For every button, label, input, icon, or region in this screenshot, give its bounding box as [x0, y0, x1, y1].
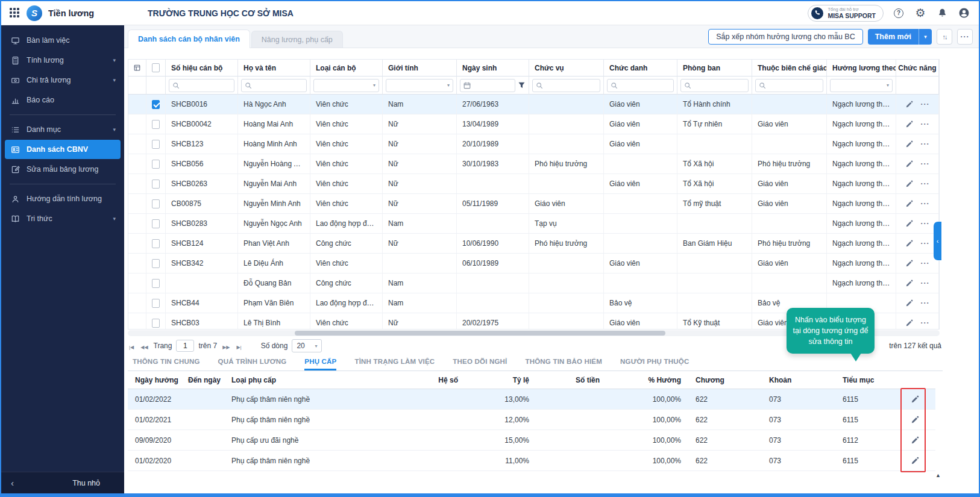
edit-allowance-button[interactable]	[911, 415, 920, 424]
allowance-row[interactable]: 09/09/2020Phụ cấp ưu đãi nghề15,00%100,0…	[128, 430, 935, 451]
panel-expand-handle[interactable]: ‹	[934, 222, 941, 260]
rows-per-page-select[interactable]: 20 ▾	[292, 339, 322, 352]
filter-text-input[interactable]	[620, 81, 670, 90]
column-header[interactable]: Chương	[688, 371, 762, 389]
sidebar-item-tính-lương[interactable]: Tính lương▾	[5, 51, 121, 70]
column-filter-input[interactable]	[607, 79, 674, 92]
column-header[interactable]: Tiểu mục	[835, 371, 894, 389]
edit-row-button[interactable]	[905, 279, 914, 287]
employee-row[interactable]: SHCB056Nguyễn Hoàng AnhViên chứcNữ30/10/…	[128, 154, 939, 174]
column-header[interactable]: Giới tính	[383, 60, 457, 77]
filter-text-input[interactable]	[694, 81, 745, 90]
row-checkbox[interactable]	[152, 100, 160, 109]
edit-allowance-button[interactable]	[911, 395, 920, 404]
row-checkbox[interactable]	[152, 219, 160, 228]
column-filter-input[interactable]	[680, 79, 749, 92]
app-launcher-icon[interactable]	[10, 8, 20, 19]
edit-allowance-button[interactable]	[911, 436, 920, 445]
employee-row[interactable]: SHCB0016Hà Ngọc AnhViên chứcNam27/06/196…	[128, 95, 939, 114]
detail-tab[interactable]: QUÁ TRÌNH LƯƠNG	[218, 354, 287, 370]
column-header[interactable]: Tỷ lệ	[465, 371, 536, 389]
column-header[interactable]: Loại cán bộ	[310, 60, 383, 77]
allowance-row[interactable]: 01/02/2022Phụ cấp thâm niên nghề13,00%10…	[128, 389, 935, 410]
chevron-down-icon[interactable]: ▾	[919, 29, 932, 45]
employee-row[interactable]: CB00875Nguyễn Minh AnhViên chứcNữ05/11/1…	[128, 194, 939, 214]
add-new-label[interactable]: Thêm mới	[868, 29, 919, 45]
row-more-button[interactable]: ···	[921, 239, 930, 248]
row-more-button[interactable]: ···	[921, 219, 930, 228]
notifications-bell-icon[interactable]	[935, 7, 949, 20]
arrange-salary-group-button[interactable]: Sắp xếp nhóm hưởng lương cho mẫu BC	[708, 29, 862, 45]
row-more-button[interactable]: ···	[921, 120, 930, 128]
row-checkbox[interactable]	[152, 259, 160, 268]
edit-row-button[interactable]	[905, 219, 914, 228]
scroll-up-arrow-icon[interactable]: ▲	[935, 472, 941, 478]
row-more-button[interactable]: ···	[921, 160, 930, 168]
column-filter-input[interactable]	[241, 79, 307, 92]
help-icon[interactable]: ?	[892, 7, 905, 20]
row-checkbox[interactable]	[152, 319, 160, 328]
column-header[interactable]: Số tiền	[536, 371, 607, 389]
detail-tab[interactable]: TÌNH TRẠNG LÀM VIỆC	[354, 354, 435, 370]
sidebar-item-danh-mục[interactable]: Danh mục▾	[5, 120, 121, 139]
edit-row-button[interactable]	[905, 199, 914, 208]
row-more-button[interactable]: ···	[921, 199, 930, 208]
next-page-button[interactable]: ▶▶	[221, 340, 231, 352]
column-header[interactable]: Hệ số	[426, 371, 465, 389]
misa-logo-icon[interactable]: S	[27, 5, 42, 21]
row-checkbox[interactable]	[152, 120, 160, 129]
row-more-button[interactable]: ···	[921, 299, 930, 307]
sidebar-item-hướng-dẫn-tính-lương[interactable]: Hướng dẫn tính lương	[5, 189, 121, 208]
last-page-button[interactable]: ▶|	[235, 340, 242, 352]
edit-row-button[interactable]	[905, 140, 914, 148]
sidebar-item-danh-sách-cbnv[interactable]: Danh sách CBNV	[5, 140, 121, 159]
detail-tab[interactable]: THÔNG TIN BẢO HIỂM	[525, 354, 602, 370]
row-more-button[interactable]: ···	[921, 319, 930, 327]
employee-row[interactable]: SHCB00042Hoàng Mai AnhViên chứcNữ13/04/1…	[128, 114, 939, 134]
column-chooser-icon[interactable]	[128, 60, 146, 77]
tab-active[interactable]: Danh sách cán bộ nhân viên	[128, 30, 250, 48]
settings-gear-icon[interactable]: ⚙	[914, 7, 927, 20]
filter-text-input[interactable]	[389, 81, 445, 90]
detail-tab[interactable]: NGƯỜI PHỤ THUỘC	[620, 354, 689, 370]
page-number-input[interactable]	[176, 340, 194, 352]
column-filter-input[interactable]	[169, 79, 234, 92]
allowance-row[interactable]: 01/02/2021Phụ cấp thâm niên nghề12,00%10…	[128, 410, 935, 430]
row-checkbox[interactable]	[152, 180, 160, 189]
edit-row-button[interactable]	[905, 319, 914, 327]
column-header[interactable]: Đến ngày	[181, 371, 224, 389]
scrollbar-thumb[interactable]	[295, 331, 665, 336]
column-header[interactable]: Ngày sinh	[457, 60, 529, 77]
detail-tab[interactable]: THEO DÕI NGHỈ	[453, 354, 507, 370]
row-more-button[interactable]: ···	[921, 279, 930, 287]
tab-inactive[interactable]: Nâng lương, phụ cấp	[251, 31, 343, 48]
row-more-button[interactable]: ···	[921, 100, 930, 108]
row-more-button[interactable]: ···	[921, 259, 930, 267]
employee-row[interactable]: SHCB124Phan Việt AnhCông chứcNữ10/06/199…	[128, 234, 939, 254]
column-header[interactable]: Thuộc biên chế giáo dục	[752, 60, 827, 77]
row-checkbox[interactable]	[152, 299, 160, 308]
add-new-button[interactable]: Thêm mới ▾	[868, 29, 932, 45]
employee-row[interactable]: Đỗ Quang BảnCông chứcNamNgạch lương theo…	[128, 274, 939, 293]
column-filter-input[interactable]: ▾	[386, 79, 453, 92]
first-page-button[interactable]: |◀	[128, 340, 135, 352]
column-header[interactable]: Họ và tên	[238, 60, 310, 77]
select-all-checkbox[interactable]	[152, 63, 160, 72]
column-header[interactable]: % Hưởng	[607, 371, 688, 389]
edit-row-button[interactable]	[905, 180, 914, 188]
column-filter-input[interactable]: ▾	[313, 79, 379, 92]
employee-row[interactable]: SHCB342Lê Diệu ÁnhViên chức06/10/1989Giá…	[128, 254, 939, 274]
filter-funnel-icon[interactable]	[518, 81, 526, 89]
more-options-button[interactable]: ···	[957, 29, 973, 45]
employee-row[interactable]: SHCB0283Nguyễn Ngọc AnhLao động hợp đồng…	[128, 214, 939, 234]
row-more-button[interactable]: ···	[921, 180, 930, 188]
sidebar-item-sửa-mẫu-bảng-lương[interactable]: Sửa mẫu bảng lương	[5, 160, 121, 179]
date-filter-input[interactable]	[460, 79, 515, 92]
edit-row-button[interactable]	[905, 299, 914, 307]
edit-row-button[interactable]	[905, 120, 914, 128]
column-filter-input[interactable]	[755, 79, 823, 92]
filter-text-input[interactable]	[182, 81, 231, 90]
sort-order-button[interactable]: ↑↓	[937, 29, 952, 45]
filter-text-input[interactable]	[834, 81, 884, 90]
employee-row[interactable]: SHCB123Hoàng Minh AnhViên chứcNữ20/10/19…	[128, 134, 939, 154]
